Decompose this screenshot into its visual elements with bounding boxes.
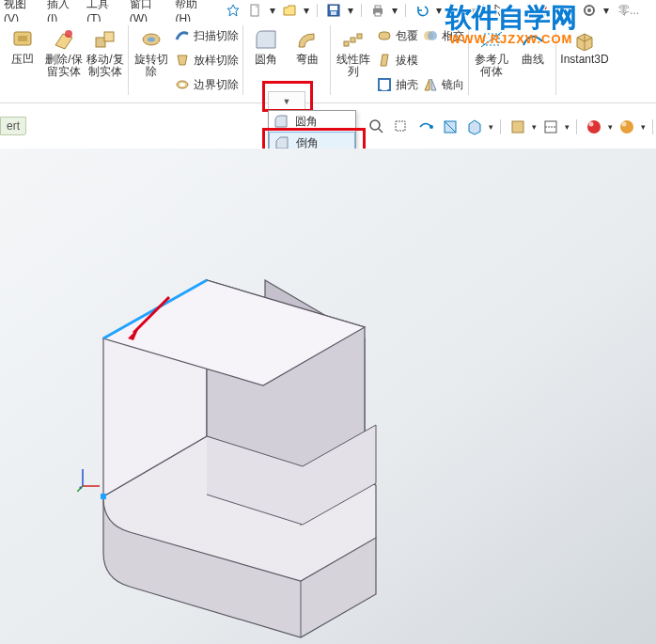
view-orient-icon[interactable] [464,117,485,137]
linear-pattern-icon [340,27,367,52]
svg-point-22 [180,83,185,86]
cmd-shell[interactable]: 抽壳 [374,74,420,95]
heads-up-toolbar: ▾ ▾ ▾ ▾ ▾ [361,113,656,141]
svg-point-43 [589,122,594,127]
svg-rect-15 [18,36,27,41]
open-icon[interactable] [281,2,298,19]
fillet-icon [253,27,279,52]
svg-rect-23 [344,41,349,46]
svg-rect-39 [512,121,523,133]
cmd-mirror[interactable]: 镜向 [420,74,466,95]
undo-icon[interactable] [414,2,430,19]
shell-icon [376,76,393,93]
dropdown-caret-icon[interactable]: ▾ [270,4,275,17]
delete-body-icon [51,27,77,52]
cmd-draft[interactable]: 拔模 [374,50,420,71]
scene-icon[interactable] [617,117,637,137]
cmd-fillet[interactable]: 圆角 [245,25,287,80]
cmd-wrap[interactable]: 包覆 [374,25,420,46]
revolve-cut-icon [138,27,164,52]
svg-point-42 [587,120,601,134]
model-3d [0,149,656,644]
save-icon[interactable] [325,2,342,19]
cmd-move-copy[interactable]: 移动/复 制实体 [85,25,126,97]
print-icon[interactable] [369,2,386,19]
boundary-cut-icon [174,76,191,93]
new-doc-icon[interactable] [247,2,264,19]
move-body-icon [92,27,118,52]
wrap-icon [376,27,393,44]
svg-point-16 [65,30,72,38]
view-prev-icon[interactable] [415,117,436,137]
svg-point-45 [622,122,627,127]
cmd-delete-keep[interactable]: 删除/保 留实体 [43,25,85,97]
tag-ert[interactable]: ert [0,117,26,135]
svg-line-34 [379,129,383,133]
svg-rect-5 [375,6,381,8]
fillet-icon [273,113,289,130]
svg-rect-24 [351,38,355,42]
svg-rect-2 [330,6,337,10]
svg-rect-18 [104,32,114,41]
bend-icon [294,27,320,52]
svg-text:WWW.RJZXW.COM: WWW.RJZXW.COM [449,32,572,46]
svg-point-30 [428,31,437,40]
svg-rect-52 [101,494,106,499]
intersect-icon [422,27,439,44]
cmd-yaotu[interactable]: 压凹 [2,25,43,97]
loft-cut-icon [174,52,191,69]
svg-line-53 [133,297,169,333]
cmd-placeholder [420,50,466,71]
pin-icon[interactable] [226,4,240,17]
cmd-loft-cut[interactable]: 放样切除 [172,50,241,71]
hidden-lines-icon[interactable] [540,117,561,137]
svg-rect-35 [396,121,405,131]
cmd-linear-pattern[interactable]: 线性阵 列 [333,25,374,97]
svg-rect-6 [375,12,381,16]
annotation-arrow [122,290,179,346]
svg-point-36 [430,125,433,129]
appearance-icon[interactable] [584,117,604,137]
stamp-icon [9,27,36,52]
dropdown-label: 圆角 [295,114,318,130]
origin-triad: * [77,463,105,492]
cmd-revolve-cut[interactable]: 旋转切 除 [131,25,172,97]
dropdown-caret-icon[interactable]: ▾ [392,4,398,17]
display-style-icon[interactable] [508,117,528,137]
svg-rect-3 [331,11,336,15]
watermark: 软件自学网 软件自学网 WWW.RJZXW.COM [440,0,656,49]
dropdown-caret-icon[interactable]: ▾ [304,4,309,17]
cmd-boundary-cut[interactable]: 边界切除 [172,74,241,95]
fillet-dropdown-button[interactable]: ▼ [268,91,305,112]
svg-point-20 [148,38,155,42]
cmd-sweep-cut[interactable]: 扫描切除 [172,25,241,46]
mirror-icon [422,76,439,93]
svg-point-44 [620,120,633,134]
svg-text:*: * [79,484,83,492]
sweep-cut-icon [174,27,191,44]
dropdown-item-fillet[interactable]: 圆角 [269,111,355,132]
dropdown-caret-icon[interactable]: ▾ [348,4,353,17]
zoom-area-icon[interactable] [391,117,412,137]
draft-icon [376,52,393,69]
svg-rect-28 [382,82,387,90]
svg-rect-25 [357,34,362,39]
chevron-down-icon: ▼ [283,97,291,106]
section-icon[interactable] [440,117,461,137]
cmd-bend[interactable]: 弯曲 [287,25,328,97]
zoom-fit-icon[interactable] [367,117,387,137]
svg-point-33 [370,120,380,130]
svg-text:软件自学网: 软件自学网 [445,3,577,32]
svg-rect-26 [379,32,390,39]
graphics-viewport[interactable]: * [0,149,656,644]
